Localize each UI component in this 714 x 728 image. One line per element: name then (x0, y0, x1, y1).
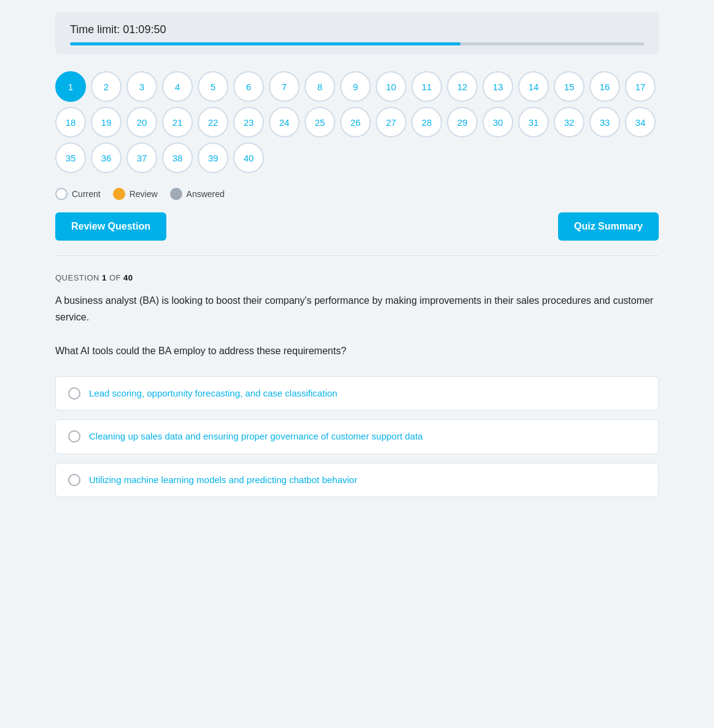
question-number-10[interactable]: 10 (376, 71, 406, 102)
timer-bar-fill (70, 42, 460, 45)
question-text: A business analyst (BA) is looking to bo… (55, 292, 659, 359)
question-number-36[interactable]: 36 (91, 142, 122, 173)
question-number-12[interactable]: 12 (447, 71, 478, 102)
question-number-16[interactable]: 16 (589, 71, 620, 102)
answer-option-b[interactable]: Cleaning up sales data and ensuring prop… (55, 419, 659, 454)
legend-review-dot (113, 188, 125, 200)
question-number-18[interactable]: 18 (55, 107, 86, 137)
question-number-28[interactable]: 28 (411, 107, 442, 137)
timer-section: Time limit: 01:09:50 (55, 12, 659, 54)
question-number-24[interactable]: 24 (269, 107, 300, 137)
question-number-32[interactable]: 32 (554, 107, 584, 137)
legend-current: Current (55, 188, 101, 200)
answer-option-c[interactable]: Utilizing machine learning models and pr… (55, 463, 659, 498)
legend-review: Review (113, 188, 158, 200)
legend: Current Review Answered (55, 188, 659, 200)
question-number: 1 (102, 273, 107, 282)
answer-option-a[interactable]: Lead scoring, opportunity forecasting, a… (55, 376, 659, 411)
question-number-31[interactable]: 31 (518, 107, 549, 137)
question-number-3[interactable]: 3 (126, 71, 157, 102)
question-number-27[interactable]: 27 (376, 107, 406, 137)
question-of: OF (109, 273, 121, 282)
timer-text: Time limit: 01:09:50 (70, 23, 644, 36)
legend-current-dot (55, 188, 68, 200)
question-number-13[interactable]: 13 (483, 71, 513, 102)
question-number-15[interactable]: 15 (554, 71, 584, 102)
question-number-5[interactable]: 5 (198, 71, 228, 102)
option-text-a: Lead scoring, opportunity forecasting, a… (89, 387, 337, 401)
timer-label: Time limit: (70, 23, 120, 36)
option-text-c: Utilizing machine learning models and pr… (89, 473, 357, 487)
question-number-25[interactable]: 25 (305, 107, 335, 137)
question-number-37[interactable]: 37 (126, 142, 157, 173)
buttons-row: Review Question Quiz Summary (55, 212, 659, 241)
question-number-21[interactable]: 21 (162, 107, 193, 137)
question-text-part2: What AI tools could the BA employ to add… (55, 343, 659, 359)
review-question-button[interactable]: Review Question (55, 212, 166, 241)
question-number-33[interactable]: 33 (589, 107, 620, 137)
question-number-9[interactable]: 9 (340, 71, 371, 102)
legend-answered-dot (170, 188, 182, 200)
question-number-39[interactable]: 39 (198, 142, 228, 173)
question-number-29[interactable]: 29 (447, 107, 478, 137)
answer-options: Lead scoring, opportunity forecasting, a… (55, 376, 659, 498)
question-number-6[interactable]: 6 (233, 71, 264, 102)
question-number-22[interactable]: 22 (198, 107, 228, 137)
question-total: 40 (123, 273, 133, 282)
timer-bar-background (70, 42, 644, 45)
question-number-1[interactable]: 1 (55, 71, 86, 102)
question-number-17[interactable]: 17 (625, 71, 656, 102)
question-number-2[interactable]: 2 (91, 71, 122, 102)
legend-answered-label: Answered (187, 189, 225, 199)
question-number-19[interactable]: 19 (91, 107, 122, 137)
question-number-38[interactable]: 38 (162, 142, 193, 173)
question-number-8[interactable]: 8 (305, 71, 335, 102)
legend-answered: Answered (170, 188, 225, 200)
section-divider (55, 255, 659, 256)
question-number-40[interactable]: 40 (233, 142, 264, 173)
question-number-11[interactable]: 11 (411, 71, 442, 102)
question-number-14[interactable]: 14 (518, 71, 549, 102)
option-text-b: Cleaning up sales data and ensuring prop… (89, 430, 423, 444)
question-number-30[interactable]: 30 (483, 107, 513, 137)
question-number-4[interactable]: 4 (162, 71, 193, 102)
question-number-26[interactable]: 26 (340, 107, 371, 137)
question-number-7[interactable]: 7 (269, 71, 300, 102)
question-number-20[interactable]: 20 (126, 107, 157, 137)
legend-current-label: Current (72, 189, 101, 199)
question-number-35[interactable]: 35 (55, 142, 86, 173)
quiz-summary-button[interactable]: Quiz Summary (558, 212, 659, 241)
question-number-grid: 1234567891011121314151617181920212223242… (55, 71, 659, 173)
timer-value: 01:09:50 (123, 23, 166, 36)
question-prefix: QUESTION (55, 273, 99, 282)
question-number-23[interactable]: 23 (233, 107, 264, 137)
legend-review-label: Review (130, 189, 158, 199)
radio-b (68, 430, 80, 443)
radio-a (68, 387, 80, 400)
main-container: Time limit: 01:09:50 1234567891011121314… (0, 0, 714, 518)
question-text-part1: A business analyst (BA) is looking to bo… (55, 292, 659, 325)
question-label: QUESTION 1 OF 40 (55, 273, 659, 282)
question-number-34[interactable]: 34 (625, 107, 656, 137)
radio-c (68, 474, 80, 486)
